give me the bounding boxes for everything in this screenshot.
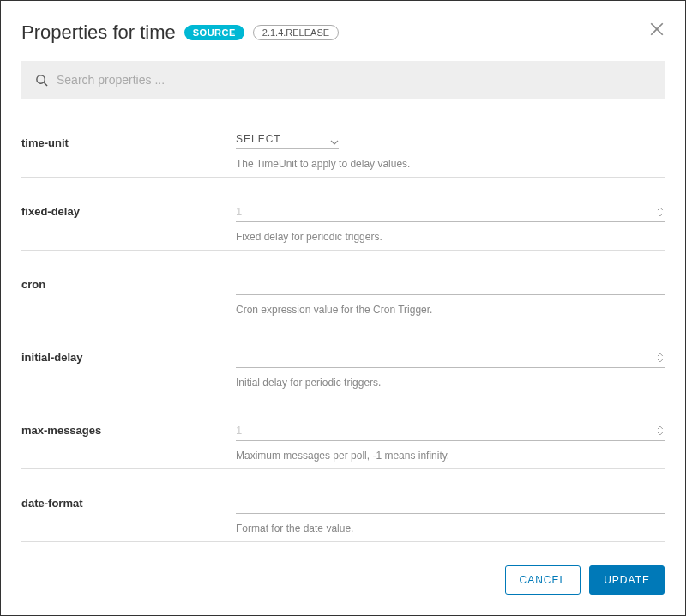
- chevron-down-icon: [330, 135, 339, 143]
- close-icon[interactable]: [649, 21, 665, 37]
- help-text: Cron expression value for the Cron Trigg…: [236, 304, 665, 316]
- help-text: Maximum messages per poll, -1 means infi…: [236, 450, 665, 462]
- properties-list: time-unit SELECT The TimeUnit to apply t…: [21, 123, 665, 552]
- help-text: Format for the date value.: [236, 522, 665, 534]
- version-badge: 2.1.4.RELEASE: [253, 25, 339, 40]
- help-text: Initial delay for periodic triggers.: [236, 377, 665, 389]
- date-format-input[interactable]: [236, 493, 665, 514]
- property-label: date-format: [21, 493, 236, 534]
- property-row-initial-delay: initial-delay Initial delay for periodic…: [21, 337, 665, 396]
- source-badge: SOURCE: [184, 25, 244, 40]
- select-text: SELECT: [236, 133, 330, 145]
- search-input[interactable]: [57, 73, 651, 87]
- properties-modal: Properties for time SOURCE 2.1.4.RELEASE…: [1, 1, 685, 615]
- number-stepper-icon[interactable]: [656, 425, 665, 437]
- property-row-cron: cron Cron expression value for the Cron …: [21, 264, 665, 323]
- cancel-button[interactable]: CANCEL: [505, 565, 581, 595]
- help-text: Fixed delay for periodic triggers.: [236, 231, 665, 243]
- update-button[interactable]: UPDATE: [589, 565, 665, 595]
- search-box[interactable]: [21, 61, 665, 99]
- property-label: max-messages: [21, 420, 236, 462]
- svg-line-3: [44, 82, 47, 86]
- property-label: time-unit: [21, 133, 236, 170]
- svg-point-2: [37, 75, 45, 82]
- modal-footer: CANCEL UPDATE: [21, 552, 665, 595]
- property-row-max-messages: max-messages Maximum messages per poll, …: [21, 410, 665, 469]
- number-stepper-icon[interactable]: [656, 352, 665, 364]
- cron-input[interactable]: [236, 275, 665, 295]
- property-row-date-format: date-format Format for the date value.: [21, 483, 665, 542]
- max-messages-input[interactable]: [236, 420, 656, 440]
- property-label: fixed-delay: [21, 202, 236, 243]
- help-text: The TimeUnit to apply to delay values.: [236, 158, 665, 170]
- time-unit-select[interactable]: SELECT: [236, 133, 339, 149]
- search-icon: [35, 74, 48, 87]
- modal-header: Properties for time SOURCE 2.1.4.RELEASE: [21, 21, 665, 44]
- initial-delay-input[interactable]: [236, 347, 656, 367]
- modal-title: Properties for time: [21, 21, 176, 44]
- property-label: initial-delay: [21, 347, 236, 389]
- property-row-time-unit: time-unit SELECT The TimeUnit to apply t…: [21, 123, 665, 178]
- property-row-fixed-delay: fixed-delay Fixed delay for periodic tri…: [21, 191, 665, 251]
- property-label: cron: [21, 275, 236, 316]
- fixed-delay-input[interactable]: [236, 202, 656, 221]
- number-stepper-icon[interactable]: [656, 206, 665, 218]
